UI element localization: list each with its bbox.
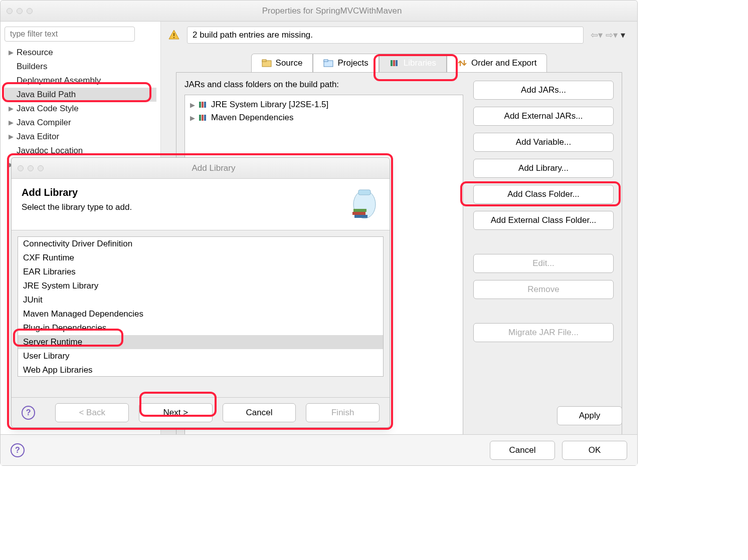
cancel-button[interactable]: Cancel (490, 441, 555, 460)
library-type-plug-in-dependencies[interactable]: Plug-in Dependencies (18, 321, 383, 335)
migrate-jar-file-button[interactable]: Migrate JAR File... (473, 323, 614, 342)
sidebar-item-java-editor[interactable]: ▶Java Editor (5, 130, 156, 144)
sidebar-item-java-code-style[interactable]: ▶Java Code Style (5, 102, 156, 116)
dialog-footer: ? < Back Next > Cancel Finish (12, 397, 390, 427)
libs-heading: JARs and class folders on the build path… (184, 80, 463, 90)
minimize-icon[interactable] (17, 8, 23, 14)
remove-button[interactable]: Remove (473, 280, 614, 299)
add-external-jars-button[interactable]: Add External JARs... (473, 107, 614, 126)
add-library-button[interactable]: Add Library... (473, 159, 614, 178)
footer: ? Cancel OK (1, 434, 637, 465)
zoom-icon[interactable] (38, 165, 44, 171)
library-type-connectivity-driver-definition[interactable]: Connectivity Driver Definition (18, 237, 383, 251)
next-button[interactable]: Next > (139, 403, 213, 422)
projects-icon (323, 59, 333, 67)
sidebar-item-label: Java Compiler (17, 118, 71, 127)
apply-button[interactable]: Apply (557, 406, 622, 425)
source-icon (262, 59, 272, 67)
disclosure-arrow-icon: ▶ (9, 49, 14, 56)
svg-rect-16 (358, 190, 370, 195)
sidebar-item-java-build-path[interactable]: Java Build Path (5, 88, 156, 102)
tab-label: Libraries (404, 58, 436, 68)
tab-order-and-export[interactable]: Order and Export (447, 54, 547, 72)
disclosure-arrow-icon: ▶ (9, 119, 14, 126)
tab-libraries[interactable]: Libraries (379, 54, 447, 72)
back-button[interactable]: < Back (55, 403, 129, 422)
library-type-junit[interactable]: JUnit (18, 293, 383, 307)
sidebar-item-label: Java Editor (17, 132, 59, 141)
dialog-traffic-lights (18, 165, 44, 171)
finish-button[interactable]: Finish (306, 403, 380, 422)
svg-rect-5 (324, 60, 328, 62)
sidebar-item-resource[interactable]: ▶Resource (5, 46, 156, 60)
warning-text: 2 build path entries are missing. (187, 27, 584, 44)
tab-label: Order and Export (471, 58, 536, 68)
libraries-icon (390, 59, 400, 67)
menu-arrow-icon[interactable]: ▾ (621, 30, 625, 41)
dialog-titlebar: Add Library (12, 158, 390, 179)
svg-rect-17 (353, 209, 366, 212)
svg-rect-13 (202, 115, 204, 121)
library-type-maven-managed-dependencies[interactable]: Maven Managed Dependencies (18, 307, 383, 321)
library-type-jre-system-library[interactable]: JRE System Library (18, 279, 383, 293)
sidebar-item-java-compiler[interactable]: ▶Java Compiler (5, 116, 156, 130)
forward-arrow-icon[interactable]: ⇨▾ (606, 30, 618, 41)
zoom-icon[interactable] (27, 8, 33, 14)
dialog-heading: Add Library (22, 187, 329, 198)
library-type-user-library[interactable]: User Library (18, 349, 383, 363)
add-jars-button[interactable]: Add JARs... (473, 81, 614, 100)
close-icon[interactable] (7, 8, 13, 14)
svg-rect-3 (262, 60, 266, 62)
svg-rect-10 (202, 102, 204, 108)
add-class-folder-button[interactable]: Add Class Folder... (473, 185, 614, 204)
svg-rect-19 (354, 215, 367, 218)
help-icon[interactable]: ? (11, 443, 25, 457)
dialog-cancel-button[interactable]: Cancel (223, 403, 296, 422)
minimize-icon[interactable] (28, 165, 34, 171)
svg-rect-7 (393, 60, 395, 66)
library-entry[interactable]: ▶JRE System Library [J2SE-1.5] (188, 98, 460, 111)
add-variable-button[interactable]: Add Variable... (473, 133, 614, 152)
window-title: Properties for SpringMVCWithMaven (33, 6, 631, 16)
nav-arrows: ⇦▾ ⇨▾ ▾ (591, 30, 630, 41)
tab-label: Source (276, 58, 303, 68)
svg-rect-18 (352, 212, 365, 215)
library-type-server-runtime[interactable]: Server Runtime (18, 335, 383, 349)
library-type-list[interactable]: Connectivity Driver DefinitionCXF Runtim… (18, 236, 384, 377)
sidebar-item-builders[interactable]: Builders (5, 60, 156, 74)
sidebar-item-label: Java Build Path (17, 90, 76, 99)
disclosure-arrow-icon: ▶ (9, 105, 14, 112)
filter-input[interactable] (5, 27, 135, 42)
library-type-cxf-runtime[interactable]: CXF Runtime (18, 251, 383, 265)
close-icon[interactable] (18, 165, 24, 171)
svg-rect-6 (391, 60, 393, 66)
sidebar-item-label: Resource (17, 48, 53, 57)
help-icon[interactable]: ? (22, 406, 35, 420)
library-type-ear-libraries[interactable]: EAR Libraries (18, 265, 383, 279)
svg-rect-11 (204, 102, 206, 108)
add-external-class-folder-button[interactable]: Add External Class Folder... (473, 211, 614, 230)
jar-icon (334, 187, 380, 222)
sidebar-item-label: Java Code Style (17, 104, 79, 113)
sidebar-item-deployment-assembly[interactable]: Deployment Assembly (5, 74, 156, 88)
svg-rect-9 (199, 102, 201, 108)
svg-rect-1 (173, 37, 174, 38)
disclosure-arrow-icon: ▶ (9, 133, 14, 140)
ok-button[interactable]: OK (562, 441, 627, 460)
svg-rect-8 (396, 60, 398, 66)
sidebar-item-javadoc-location[interactable]: Javadoc Location (5, 144, 156, 158)
edit-button[interactable]: Edit... (473, 254, 614, 273)
disclosure-arrow-icon: ▶ (190, 114, 195, 122)
tab-label: Projects (337, 58, 368, 68)
library-entry-label: Maven Dependencies (211, 113, 293, 123)
sidebar-item-label: Builders (17, 62, 47, 71)
dialog-subheading: Select the library type to add. (22, 202, 329, 212)
titlebar: Properties for SpringMVCWithMaven (1, 1, 637, 22)
back-arrow-icon[interactable]: ⇦▾ (591, 30, 603, 41)
tab-projects[interactable]: Projects (313, 54, 379, 72)
dialog-title: Add Library (44, 163, 384, 173)
sidebar-item-label: Javadoc Location (17, 146, 83, 155)
library-entry[interactable]: ▶Maven Dependencies (188, 111, 460, 124)
library-type-web-app-libraries[interactable]: Web App Libraries (18, 363, 383, 377)
tab-source[interactable]: Source (251, 54, 313, 72)
